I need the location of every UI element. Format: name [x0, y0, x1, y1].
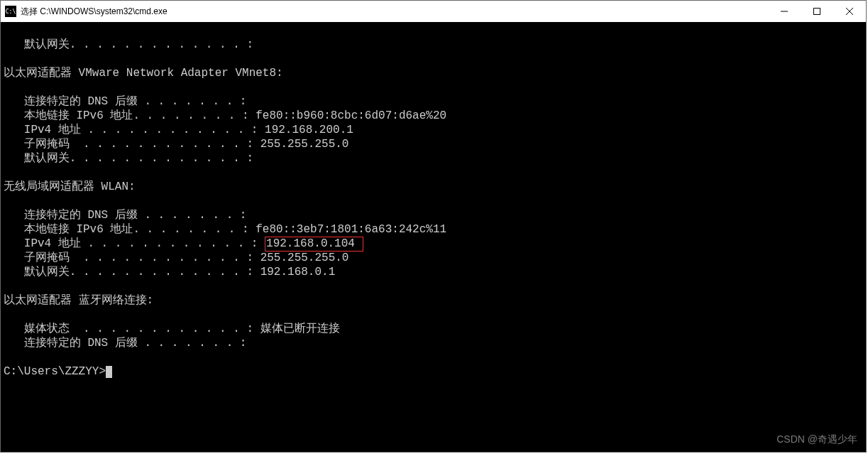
line-adapter2-ipv4: IPv4 地址 . . . . . . . . . . . . : 192.16…	[4, 237, 363, 252]
terminal-output[interactable]: 默认网关. . . . . . . . . . . . . : 以太网适配器 V…	[1, 22, 866, 452]
line-adapter2-ipv6: 本地链接 IPv6 地址. . . . . . . . : fe80::3eb7…	[4, 223, 446, 236]
cursor	[106, 366, 112, 378]
ipv4-label: IPv4 地址 . . . . . . . . . . . . :	[4, 237, 265, 250]
line-adapter1-ipv4: IPv4 地址 . . . . . . . . . . . . : 192.16…	[4, 124, 353, 136]
svg-rect-1	[814, 9, 820, 15]
prompt-text: C:\Users\ZZZYY>	[4, 365, 106, 378]
maximize-button[interactable]	[801, 1, 833, 22]
prompt-line[interactable]: C:\Users\ZZZYY>	[4, 365, 112, 378]
cmd-window: C:\ 选择 C:\WINDOWS\system32\cmd.exe 默认网关.…	[0, 0, 867, 453]
line-adapter1-ipv6: 本地链接 IPv6 地址. . . . . . . . : fe80::b960…	[4, 109, 446, 122]
minimize-button[interactable]	[768, 1, 801, 22]
line-adapter2-mask: 子网掩码 . . . . . . . . . . . . : 255.255.2…	[4, 252, 348, 264]
line-adapter3-header: 以太网适配器 蓝牙网络连接:	[4, 294, 153, 307]
line-adapter1-gateway: 默认网关. . . . . . . . . . . . . :	[4, 152, 260, 165]
line-default-gateway-top: 默认网关. . . . . . . . . . . . . :	[4, 38, 260, 51]
line-adapter2-gateway: 默认网关. . . . . . . . . . . . . : 192.168.…	[4, 266, 335, 279]
cmd-icon: C:\	[5, 6, 16, 17]
line-adapter1-mask: 子网掩码 . . . . . . . . . . . . : 255.255.2…	[4, 138, 348, 151]
titlebar[interactable]: C:\ 选择 C:\WINDOWS\system32\cmd.exe	[1, 1, 866, 23]
line-adapter1-header: 以太网适配器 VMware Network Adapter VMnet8:	[4, 67, 283, 80]
line-adapter1-dns: 连接特定的 DNS 后缀 . . . . . . . :	[4, 95, 253, 108]
line-adapter3-dns: 连接特定的 DNS 后缀 . . . . . . . :	[4, 337, 253, 350]
line-adapter3-media: 媒体状态 . . . . . . . . . . . . : 媒体已断开连接	[4, 323, 340, 335]
close-button[interactable]	[833, 1, 866, 22]
highlight-ipv4-value: 192.168.0.104	[265, 237, 363, 252]
line-adapter2-dns: 连接特定的 DNS 后缀 . . . . . . . :	[4, 209, 253, 222]
line-adapter2-header: 无线局域网适配器 WLAN:	[4, 180, 136, 193]
window-title: 选择 C:\WINDOWS\system32\cmd.exe	[21, 6, 768, 18]
